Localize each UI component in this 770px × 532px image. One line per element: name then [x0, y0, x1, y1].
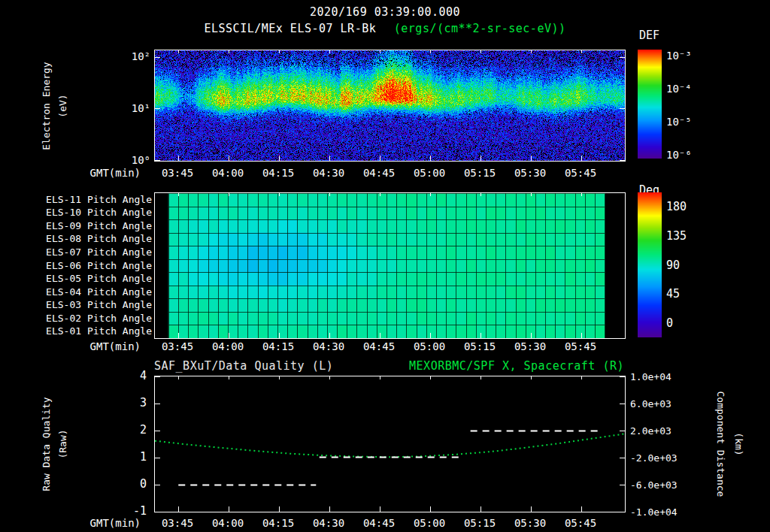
- y-tick-label: 6.0e+03: [630, 397, 694, 411]
- colorbar-tick-label: 135: [666, 229, 711, 243]
- pitch-row-label: ELS-01 Pitch Angle: [15, 325, 152, 338]
- y-tick-label: 1.0e+04: [630, 370, 694, 384]
- y-tick-label: 4: [105, 369, 147, 382]
- y-tick-label: 2: [105, 423, 147, 437]
- colorbar-tick-label: 10⁻³: [666, 49, 719, 62]
- pitch-row-label: ELS-03 Pitch Angle: [15, 298, 152, 312]
- plot-page: 2020/169 03:39:00.000 ELSSCIL/MEx ELS-07…: [0, 0, 770, 532]
- colorbar-tick-label: 180: [666, 200, 711, 213]
- y-tick-label: -1: [105, 504, 147, 518]
- km-units-label: (km): [732, 369, 745, 519]
- y-tick-label: -6.0e+03: [630, 479, 694, 492]
- def-colorbar-title: DEF: [639, 29, 659, 42]
- x-tick-label: 05:15: [457, 166, 502, 180]
- y-tick-label: -2.0e+03: [630, 452, 694, 465]
- x-tick-label: 05:45: [558, 340, 603, 353]
- colorbar-tick-label: 10⁻⁶: [666, 148, 719, 162]
- ev-units-label: (eV): [56, 31, 70, 181]
- quality-panel-titles: SAF_BXuT/Data Quality (L) MEXORBMC/SPF X…: [154, 359, 624, 373]
- deg-colorbar: [638, 192, 662, 337]
- x-tick-label: 04:30: [306, 516, 351, 530]
- pitch-row-label: ELS-04 Pitch Angle: [15, 286, 152, 299]
- energy-spectrogram-canvas: [155, 50, 625, 161]
- pitch-row-label: ELS-08 Pitch Angle: [15, 232, 152, 246]
- y-tick-label: 10⁰: [111, 153, 150, 167]
- colorbar-tick-label: 0: [666, 316, 711, 330]
- pitch-row-label: ELS-02 Pitch Angle: [15, 312, 152, 325]
- spectrogram-units: (ergs/(cm**2-sr-sec-eV)): [394, 22, 566, 35]
- x-tick-label: 05:00: [407, 516, 452, 530]
- x-tick-label: 04:00: [205, 166, 250, 180]
- x-tick-label: 05:45: [558, 166, 603, 180]
- x-tick-label: 04:45: [356, 166, 402, 180]
- pitch-row-label: ELS-07 Pitch Angle: [15, 246, 152, 259]
- quality-title: SAF_BXuT/Data Quality (L): [154, 359, 333, 373]
- x-tick-label: 05:15: [457, 516, 502, 530]
- gmt-axis-label: GMT(min): [64, 166, 141, 180]
- pitch-row-label: ELS-10 Pitch Angle: [15, 206, 152, 219]
- spacecraft-title: MEXORBMC/SPF X, Spacecraft (R): [409, 359, 624, 373]
- x-tick-label: 05:30: [508, 340, 553, 353]
- y-tick-label: 0: [105, 477, 147, 491]
- y-tick-label: 10²: [111, 50, 150, 63]
- x-tick-label: 03:45: [155, 166, 200, 180]
- pitch-angle-panel: [154, 192, 626, 339]
- y-tick-label: -1.0e+04: [630, 506, 694, 519]
- quality-distance-panel: [154, 376, 626, 512]
- x-tick-label: 04:15: [256, 516, 301, 530]
- x-tick-label: 04:15: [256, 166, 301, 180]
- def-colorbar: [638, 50, 662, 159]
- raw-units-label: (Raw): [56, 369, 70, 519]
- x-tick-label: 04:30: [306, 340, 351, 353]
- x-tick-label: 05:30: [508, 166, 553, 180]
- raw-data-quality-axis-label: Raw Data Quality: [40, 369, 53, 519]
- pitch-row-label: ELS-09 Pitch Angle: [15, 219, 152, 233]
- x-tick-label: 04:45: [356, 340, 402, 353]
- gmt-axis-label: GMT(min): [64, 516, 141, 530]
- quality-distance-canvas: [155, 376, 625, 512]
- colorbar-tick-label: 10⁻⁴: [666, 82, 719, 95]
- pitch-row-label: ELS-06 Pitch Angle: [15, 259, 152, 273]
- y-tick-label: 2.0e+03: [630, 425, 694, 438]
- x-tick-label: 04:00: [205, 516, 250, 530]
- colorbar-tick-label: 45: [666, 287, 711, 301]
- colorbar-tick-label: 90: [666, 258, 711, 272]
- pitch-angle-canvas: [155, 193, 625, 338]
- y-tick-label: 1: [105, 450, 147, 464]
- x-tick-label: 04:00: [205, 340, 250, 353]
- pitch-row-label: ELS-11 Pitch Angle: [15, 193, 152, 207]
- x-tick-label: 03:45: [155, 516, 200, 530]
- component-distance-axis-label: Component Distance: [714, 369, 727, 519]
- timestamp-title: 2020/169 03:39:00.000: [0, 5, 770, 19]
- colorbar-tick-label: 10⁻⁵: [666, 115, 719, 128]
- x-tick-label: 05:30: [508, 516, 553, 530]
- x-tick-label: 05:00: [407, 166, 452, 180]
- x-tick-label: 05:45: [558, 516, 603, 530]
- y-tick-label: 3: [105, 396, 147, 410]
- x-tick-label: 03:45: [155, 340, 200, 353]
- electron-energy-axis-label: Electron Energy: [40, 31, 53, 181]
- x-tick-label: 05:15: [457, 340, 502, 353]
- x-tick-label: 04:30: [306, 166, 351, 180]
- x-tick-label: 04:15: [256, 340, 301, 353]
- x-tick-label: 04:45: [356, 516, 402, 530]
- gmt-axis-label: GMT(min): [64, 340, 141, 353]
- spectrogram-title-text: ELSSCIL/MEx ELS-07 LR-Bk: [204, 22, 376, 35]
- energy-spectrogram-panel: [154, 50, 626, 162]
- y-tick-label: 10¹: [111, 101, 150, 115]
- pitch-row-label: ELS-05 Pitch Angle: [15, 272, 152, 286]
- x-tick-label: 05:00: [407, 340, 452, 353]
